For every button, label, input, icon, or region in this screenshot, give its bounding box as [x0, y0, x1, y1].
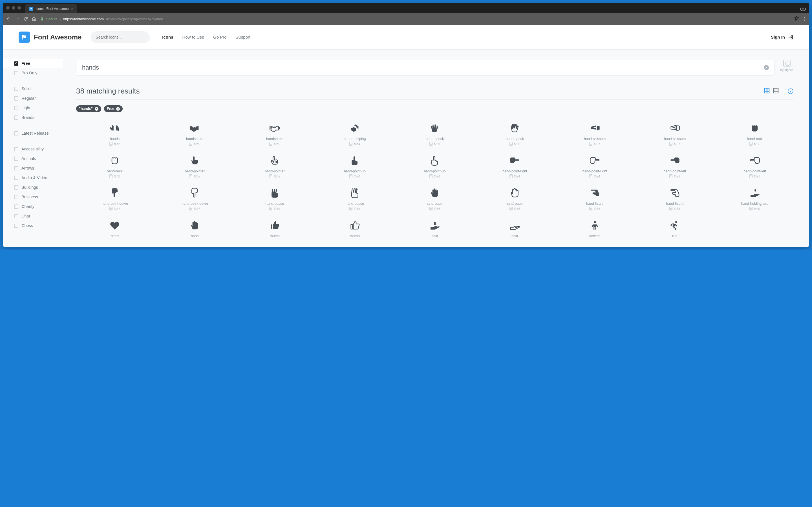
icon-card[interactable]: hand-holding-usdf4c0: [716, 185, 794, 212]
icon-name: hand-lizard: [636, 202, 713, 206]
nav-go-pro[interactable]: Go Pro: [213, 35, 227, 40]
grid-view-button[interactable]: [764, 88, 770, 95]
info-button[interactable]: i: [788, 89, 794, 94]
home-button[interactable]: [32, 16, 37, 21]
icon-code: f2b5: [236, 142, 313, 146]
icon-card[interactable]: hand-rockf255: [76, 152, 153, 180]
icon-card[interactable]: handsf4c2: [76, 120, 153, 147]
icon-card[interactable]: hand-point-upf0a6: [316, 152, 393, 180]
close-icon[interactable]: ✕: [95, 107, 98, 111]
icon-card[interactable]: hand: [156, 217, 234, 240]
icon-name: hand-point-down: [156, 202, 234, 206]
filter-chips: "hands"✕ Free✕: [76, 105, 794, 112]
close-icon[interactable]: ✕: [116, 107, 120, 111]
icon-card[interactable]: hold: [476, 217, 553, 240]
clear-search-button[interactable]: ✕: [764, 65, 769, 70]
icon-code: f259: [476, 142, 553, 146]
icon-card[interactable]: hand-scissorsf257: [636, 120, 713, 147]
icon-name: hand-scissors: [556, 137, 633, 141]
sidebar-cat-buildings[interactable]: Buildings: [3, 182, 63, 192]
icon-card[interactable]: hand-spockf259: [396, 120, 473, 147]
icon-card[interactable]: hand-point-rightf0a4: [476, 152, 553, 180]
sidebar-filter-light[interactable]: Light: [3, 103, 63, 113]
brand[interactable]: Font Awesome: [18, 32, 82, 43]
chip-free[interactable]: Free✕: [104, 105, 123, 112]
icon-code: f0a7: [76, 207, 153, 210]
nav-support[interactable]: Support: [236, 35, 251, 40]
icon-card[interactable]: thumb: [236, 217, 313, 240]
svg-rect-0: [765, 88, 769, 93]
icon-card[interactable]: hand-paperf256: [476, 185, 553, 212]
icon-card[interactable]: run: [636, 217, 713, 240]
icon-card[interactable]: hand-point-downf0a7: [76, 185, 153, 212]
reload-button[interactable]: [23, 16, 28, 21]
header-search[interactable]: [91, 31, 150, 43]
gallery-search[interactable]: ✕: [76, 60, 775, 75]
icon-card[interactable]: hand-point-leftf0a5: [636, 152, 713, 180]
icon-card[interactable]: hand-point-leftf0a5: [716, 152, 794, 180]
icon-card[interactable]: access: [556, 217, 633, 240]
icon-card[interactable]: hold: [396, 217, 473, 240]
sidebar-cat-business[interactable]: Business: [3, 192, 63, 202]
nav-how-to-use[interactable]: How to Use: [183, 35, 204, 40]
icon-card[interactable]: hand-peacef25b: [236, 185, 313, 212]
sidebar-filter-pro[interactable]: Pro Only: [3, 68, 63, 78]
sidebar-filter-free[interactable]: Free: [3, 59, 63, 68]
sidebar-filter-latest[interactable]: Latest Release: [3, 128, 63, 138]
icon-code: f0a4: [556, 174, 633, 178]
sidebar-filter-solid[interactable]: Solid: [3, 84, 63, 94]
sidebar-cat-accessibility[interactable]: Accessibility: [3, 144, 63, 154]
sidebar-cat-animals[interactable]: Animals: [3, 154, 63, 163]
search-input[interactable]: [96, 35, 145, 40]
icon-card[interactable]: hands-helpingf4c4: [316, 120, 393, 147]
icon-card[interactable]: hand-peacef25b: [316, 185, 393, 212]
icon-code: f256: [476, 207, 553, 210]
icon-name: hand-point-up: [316, 169, 393, 173]
sidebar-cat-arrows[interactable]: Arrows: [3, 163, 63, 173]
close-icon[interactable]: ×: [71, 6, 73, 11]
icon-card[interactable]: hand-pointerf25a: [156, 152, 234, 180]
icon-code: f4c0: [716, 207, 794, 210]
icon-card[interactable]: hand-paperf256: [396, 185, 473, 212]
sidebar-filter-brands[interactable]: Brands: [3, 113, 63, 122]
list-view-button[interactable]: [773, 88, 779, 95]
icon-card[interactable]: heart: [76, 217, 153, 240]
sidebar-cat-charity[interactable]: Charity: [3, 202, 63, 211]
icon-card[interactable]: hand-point-upf0a6: [396, 152, 473, 180]
sidebar-filter-regular[interactable]: Regular: [3, 94, 63, 103]
browser-menu-button[interactable]: [803, 16, 806, 22]
icon-card[interactable]: hand-scissorsf257: [556, 120, 633, 147]
gallery-search-input[interactable]: [82, 64, 764, 71]
icon-card[interactable]: hand-point-rightf0a4: [556, 152, 633, 180]
icon-name: hands: [76, 137, 153, 141]
sign-in-button[interactable]: Sign In: [771, 34, 794, 40]
hand-paper-icon: [476, 186, 553, 200]
icon-card[interactable]: handshakef2b5: [156, 120, 234, 147]
icon-card[interactable]: hand-lizardf258: [556, 185, 633, 212]
lock-icon: [40, 17, 44, 21]
icon-card[interactable]: hand-spockf259: [476, 120, 553, 147]
tab-title: Icons | Font Awesome: [36, 7, 69, 11]
icon-name: hand-pointer: [156, 169, 234, 173]
svg-rect-1: [774, 88, 778, 93]
chip-query[interactable]: "hands"✕: [76, 105, 101, 112]
icon-card[interactable]: hand-lizardf258: [636, 185, 713, 212]
bookmark-button[interactable]: [794, 16, 799, 22]
icon-code: f257: [556, 142, 633, 146]
back-button[interactable]: [6, 16, 11, 21]
icon-card[interactable]: hand-point-downf0a7: [156, 185, 234, 212]
icon-code: f258: [556, 207, 633, 210]
icon-card[interactable]: hand-pointerf25a: [236, 152, 313, 180]
icon-card[interactable]: hand-rockf255: [716, 120, 794, 147]
address-bar[interactable]: Secure | https://fontawesome.com/icons?d…: [40, 17, 791, 21]
window-controls[interactable]: [6, 6, 21, 10]
sidebar-cat-audio-video[interactable]: Audio & Video: [3, 173, 63, 182]
hand-point-down-icon: [156, 186, 234, 200]
browser-tab[interactable]: Icons | Font Awesome ×: [26, 4, 77, 13]
sidebar-cat-chat[interactable]: Chat: [3, 211, 63, 221]
icon-card[interactable]: handshakef2b5: [236, 120, 313, 147]
icon-code: f256: [396, 207, 473, 210]
nav-icons[interactable]: Icons: [162, 35, 173, 40]
sidebar-cat-chess[interactable]: Chess: [3, 221, 63, 230]
icon-card[interactable]: thumb: [316, 217, 393, 240]
